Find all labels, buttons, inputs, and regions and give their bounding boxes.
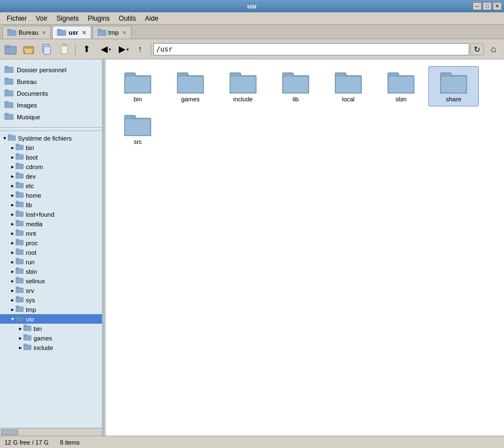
file-item-sbin[interactable]: sbin	[376, 66, 426, 106]
menu-item-aide[interactable]: Aide	[141, 13, 163, 24]
tree-item-root[interactable]: ▸ root	[0, 248, 102, 257]
tree-item-usr-games[interactable]: ▸ games	[0, 333, 102, 343]
tree-item-lib[interactable]: ▸ lib	[0, 200, 102, 209]
file-item-lib[interactable]: lib	[270, 66, 321, 106]
bookmark-label-personal: Dossier personnel	[17, 67, 67, 73]
bookmark-item-images[interactable]: Images	[2, 99, 100, 111]
file-item-share[interactable]: share	[428, 66, 479, 106]
tab-close-icon[interactable]: ✕	[82, 30, 86, 36]
tree-item-usr-include[interactable]: ▸ include	[0, 343, 102, 352]
tree-item-mnt[interactable]: ▸ mnt	[0, 228, 102, 238]
tab-close-icon[interactable]: ✕	[41, 30, 46, 36]
tree-item-cdrom[interactable]: ▸ cdrom	[0, 162, 102, 171]
tree-item-bin[interactable]: ▸ bin	[0, 143, 102, 152]
tree-item-dev[interactable]: ▸ dev	[0, 171, 102, 181]
tree-folder-icon-sbin	[16, 267, 24, 276]
tree-item-lost+found[interactable]: ▸ lost+found	[0, 209, 102, 219]
tree-item-usr-bin[interactable]: ▸ bin	[0, 324, 102, 333]
svg-rect-10	[44, 46, 50, 54]
file-item-include[interactable]: include	[218, 66, 268, 106]
home-button[interactable]: ⌂	[485, 41, 502, 57]
back-button[interactable]: ◀ ▾	[96, 41, 113, 57]
tree-item-home[interactable]: ▸ home	[0, 190, 102, 200]
svg-rect-18	[4, 90, 8, 91]
tree-item-selinux[interactable]: ▸ selinux	[0, 276, 102, 286]
file-item-local[interactable]: local	[323, 66, 374, 106]
tree-item-etc[interactable]: ▸ etc	[0, 181, 102, 190]
tab-tmp[interactable]: tmp ✕	[92, 26, 132, 39]
minimize-button[interactable]: ─	[473, 2, 482, 10]
tab-usr[interactable]: usr ✕	[52, 26, 91, 39]
menu-item-plugins[interactable]: Plugins	[83, 13, 114, 24]
tree-label-root: root	[26, 249, 36, 256]
tree-item-srv[interactable]: ▸ srv	[0, 286, 102, 295]
svg-rect-43	[16, 231, 24, 236]
menu-item-voir[interactable]: Voir	[31, 13, 52, 24]
svg-rect-59	[16, 307, 24, 312]
tree-item-boot[interactable]: ▸ boot	[0, 152, 102, 162]
svg-rect-83	[335, 76, 361, 93]
tree-item-media[interactable]: ▸ media	[0, 219, 102, 228]
tree-label-dev: dev	[26, 173, 36, 180]
tree-item-sbin[interactable]: ▸ sbin	[0, 267, 102, 276]
open-button[interactable]	[20, 41, 37, 57]
tree-folder-icon-dev	[16, 172, 24, 180]
tree-label-sbin: sbin	[26, 268, 37, 275]
svg-rect-21	[4, 114, 13, 120]
address-input[interactable]	[153, 43, 469, 55]
forward-button[interactable]: ▶ ▾	[114, 41, 130, 57]
svg-rect-5	[97, 29, 101, 31]
menu-item-outils[interactable]: Outils	[114, 13, 141, 24]
file-item-src[interactable]: src	[113, 109, 163, 149]
tree-folder-icon-selinux	[16, 277, 24, 285]
svg-rect-31	[16, 174, 24, 179]
svg-rect-40	[16, 211, 19, 212]
svg-rect-39	[16, 212, 24, 217]
svg-rect-19	[4, 102, 13, 108]
bookmark-item-musique[interactable]: Musique	[2, 111, 100, 123]
up-button[interactable]: ⬆	[78, 41, 95, 57]
svg-rect-47	[16, 250, 24, 255]
bookmark-item-documents[interactable]: Documents	[2, 87, 100, 99]
svg-rect-28	[16, 153, 19, 155]
tree-arrow-run: ▸	[9, 259, 16, 265]
tree-item-usr[interactable]: ▾ usr	[0, 314, 102, 324]
menu-item-signets[interactable]: Signets	[52, 13, 83, 24]
new-folder-button[interactable]	[2, 41, 19, 57]
bookmark-item-personal[interactable]: Dossier personnel	[2, 64, 100, 76]
tree-item-proc[interactable]: ▸ proc	[0, 238, 102, 248]
svg-rect-49	[16, 259, 24, 264]
sidebar-hscrollbar[interactable]	[0, 428, 102, 436]
close-button[interactable]: ✕	[493, 2, 502, 10]
file-item-bin[interactable]: bin	[113, 66, 163, 106]
tree-label-etc: etc	[26, 183, 34, 189]
tree-arrow-mnt: ▸	[9, 230, 16, 236]
parent-button[interactable]: ↑	[132, 41, 148, 57]
svg-rect-60	[16, 306, 19, 307]
tree-folder-icon-lib	[16, 200, 24, 209]
reload-button[interactable]: ↻	[470, 43, 484, 55]
tree-folder-icon-boot	[16, 153, 24, 161]
copy-button[interactable]	[38, 41, 55, 57]
tab-bureau[interactable]: Bureau ✕	[2, 26, 51, 39]
bookmark-item-bureau[interactable]: Bureau	[2, 76, 100, 87]
window-title: usr	[31, 3, 473, 10]
file-view[interactable]: bin games include lib	[106, 59, 504, 436]
tree-root[interactable]: ▾ Système de fichiers	[0, 133, 102, 143]
tab-close-icon[interactable]: ✕	[122, 30, 127, 36]
menu-item-fichier[interactable]: Fichier	[2, 13, 31, 24]
tab-label: usr	[68, 29, 78, 36]
file-item-games[interactable]: games	[165, 66, 216, 106]
svg-rect-35	[16, 193, 24, 198]
maximize-button[interactable]: □	[483, 2, 492, 10]
bookmark-icon-musique	[4, 112, 13, 122]
tree-item-sys[interactable]: ▸ sys	[0, 295, 102, 305]
svg-rect-67	[24, 345, 31, 350]
tree-item-run[interactable]: ▸ run	[0, 257, 102, 267]
bookmark-label-bureau: Bureau	[17, 78, 36, 85]
tree-folder-icon-home	[16, 191, 24, 199]
sidebar-filetree[interactable]: ▾ Système de fichiers ▸ bin ▸	[0, 131, 102, 428]
tree-item-tmp[interactable]: ▸ tmp	[0, 305, 102, 314]
paste-button[interactable]	[56, 41, 73, 57]
hscrollbar-thumb[interactable]	[1, 430, 18, 435]
